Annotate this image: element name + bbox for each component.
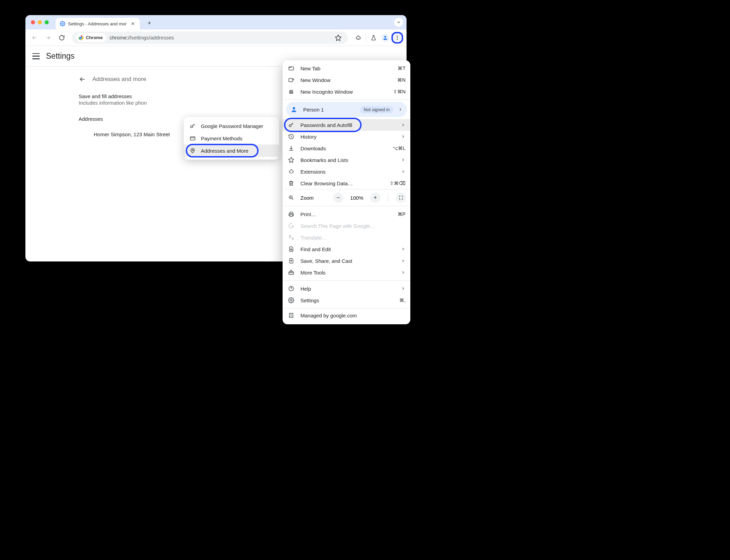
menu-new-window[interactable]: New Window ⌘N xyxy=(283,74,410,86)
submenu-item-label: Addresses and More xyxy=(201,148,248,154)
close-window-button[interactable] xyxy=(31,20,35,24)
signin-status-chip: Not signed in xyxy=(360,106,393,113)
labs-button[interactable] xyxy=(368,32,379,43)
history-icon xyxy=(287,133,295,140)
chevron-right-icon xyxy=(398,107,403,112)
browser-tab[interactable]: Settings - Addresses and mor ✕ xyxy=(56,18,140,30)
puzzle-icon xyxy=(287,168,295,175)
svg-rect-8 xyxy=(190,137,195,140)
settings-gear-icon xyxy=(60,21,65,26)
extensions-button[interactable] xyxy=(353,32,364,43)
address-bar[interactable]: Chrome chrome://settings/addresses xyxy=(72,32,348,44)
section-title: Addresses and more xyxy=(92,76,146,83)
svg-point-12 xyxy=(289,92,291,94)
fullscreen-button[interactable] xyxy=(396,192,406,203)
browser-window: Settings - Addresses and mor ✕ Chrome xyxy=(25,15,407,261)
svg-rect-21 xyxy=(289,313,293,317)
tab-search-button[interactable] xyxy=(394,18,403,27)
menu-new-incognito[interactable]: New Incognito Window ⇧⌘N xyxy=(283,86,410,97)
reload-button[interactable] xyxy=(56,32,67,43)
chevron-right-icon xyxy=(401,169,406,174)
submenu-password-manager[interactable]: Google Password Manager xyxy=(184,120,279,132)
share-file-icon xyxy=(287,258,295,264)
svg-point-15 xyxy=(289,125,291,127)
building-icon xyxy=(287,312,295,318)
hamburger-menu-button[interactable] xyxy=(32,53,40,59)
profile-button[interactable] xyxy=(380,32,391,43)
menu-history[interactable]: History xyxy=(283,131,410,142)
toolbar-separator xyxy=(366,34,366,42)
svg-point-3 xyxy=(384,36,386,37)
print-icon xyxy=(287,211,295,217)
svg-point-7 xyxy=(191,126,193,128)
submenu-item-label: Google Password Manager xyxy=(201,123,263,129)
svg-point-14 xyxy=(293,107,295,109)
chrome-main-menu: New Tab ⌘T New Window ⌘N New Incognito W… xyxy=(283,60,410,324)
svg-point-20 xyxy=(290,300,292,301)
zoom-in-button[interactable]: + xyxy=(370,192,380,203)
magnify-icon xyxy=(287,195,295,201)
zoom-out-button[interactable]: − xyxy=(333,192,343,203)
back-button[interactable] xyxy=(29,32,40,43)
svg-point-9 xyxy=(192,150,193,151)
star-icon xyxy=(287,157,295,163)
forward-button[interactable] xyxy=(43,32,54,43)
chevron-right-icon xyxy=(401,270,406,275)
menu-downloads[interactable]: Downloads ⌥⌘L xyxy=(283,142,410,154)
svg-point-2 xyxy=(80,37,82,39)
menu-translate: Translate… xyxy=(283,232,410,243)
minimize-window-button[interactable] xyxy=(38,20,42,24)
zoom-separator xyxy=(388,193,388,202)
svg-point-0 xyxy=(62,23,63,24)
menu-new-tab[interactable]: New Tab ⌘T xyxy=(283,62,410,74)
tab-strip: Settings - Addresses and mor ✕ xyxy=(25,15,407,30)
bookmark-star-button[interactable] xyxy=(333,32,344,43)
window-new-icon xyxy=(287,77,295,83)
zoom-value: 100% xyxy=(349,195,365,201)
svg-point-6 xyxy=(397,39,398,40)
tab-icon xyxy=(287,65,295,71)
site-chip[interactable]: Chrome xyxy=(76,33,106,42)
menu-passwords-autofill[interactable]: Passwords and Autofill xyxy=(283,119,410,131)
submenu-addresses-and-more[interactable]: Addresses and More xyxy=(184,144,279,157)
autofill-submenu: Google Password Manager Payment Methods … xyxy=(184,117,279,160)
person-icon xyxy=(289,105,298,114)
close-tab-button[interactable]: ✕ xyxy=(129,20,136,27)
site-chip-label: Chrome xyxy=(86,35,103,40)
menu-print[interactable]: Print… ⌘P xyxy=(283,208,410,220)
google-g-icon xyxy=(287,223,295,229)
translate-icon xyxy=(287,234,295,241)
document-search-icon xyxy=(287,246,295,252)
chrome-menu-button[interactable] xyxy=(391,32,403,44)
menu-zoom-row: Zoom − 100% + xyxy=(283,189,410,206)
svg-rect-10 xyxy=(289,67,294,70)
maximize-window-button[interactable] xyxy=(45,20,49,24)
back-arrow-button[interactable] xyxy=(79,75,86,83)
url-text: chrome://settings/addresses xyxy=(110,35,174,40)
menu-bookmarks[interactable]: Bookmarks and Lists xyxy=(283,154,410,166)
menu-clear-data[interactable]: Clear Browsing Data… ⇧⌘⌫ xyxy=(283,177,410,189)
menu-find-edit[interactable]: Find and Edit xyxy=(283,243,410,255)
menu-profile-row[interactable]: Person 1 Not signed in xyxy=(286,102,407,117)
chevron-right-icon xyxy=(401,122,406,127)
menu-managed-by[interactable]: Managed by google.com xyxy=(283,308,410,322)
menu-help[interactable]: Help xyxy=(283,283,410,294)
svg-point-17 xyxy=(290,249,292,250)
chevron-right-icon xyxy=(401,247,406,252)
help-icon xyxy=(287,285,295,292)
download-icon xyxy=(287,145,295,151)
menu-more-tools[interactable]: More Tools xyxy=(283,267,410,278)
chevron-right-icon xyxy=(401,158,406,162)
submenu-payment-methods[interactable]: Payment Methods xyxy=(184,132,279,144)
submenu-item-label: Payment Methods xyxy=(201,136,242,141)
new-tab-button[interactable] xyxy=(145,18,154,28)
settings-app-title: Settings xyxy=(46,51,75,61)
menu-settings[interactable]: Settings ⌘, xyxy=(283,294,410,306)
menu-save-share-cast[interactable]: Save, Share, and Cast xyxy=(283,255,410,267)
toolbox-icon xyxy=(287,269,295,276)
trash-icon xyxy=(287,180,295,186)
svg-point-5 xyxy=(397,37,398,38)
menu-extensions[interactable]: Extensions xyxy=(283,166,410,177)
key-icon xyxy=(287,122,295,128)
incognito-icon xyxy=(287,89,295,95)
